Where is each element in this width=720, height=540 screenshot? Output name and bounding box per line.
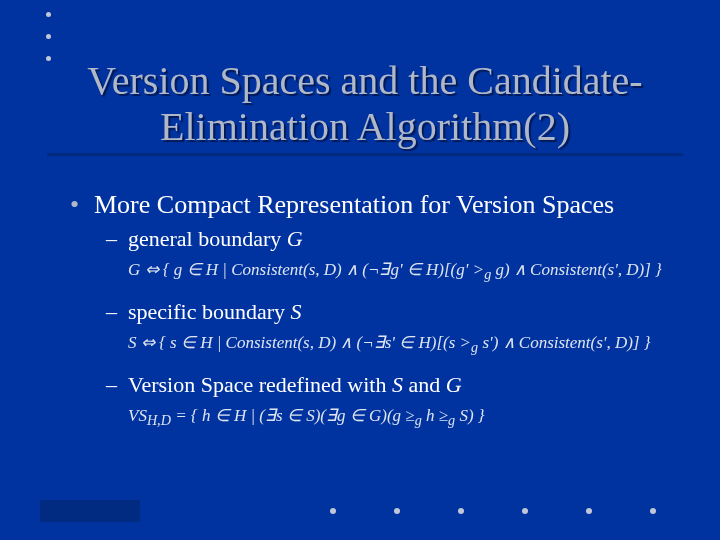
bullet-text: general boundary — [128, 226, 287, 251]
formula-specific: S ⇔ { s ∈ H | Consistent(s, D) ∧ (¬∃s' ∈… — [70, 331, 690, 358]
bullet-text: More Compact Representation for Version … — [94, 190, 614, 219]
bullet-ital: G — [287, 226, 303, 251]
bullet-ital: S — [392, 372, 403, 397]
decor-dot — [522, 508, 528, 514]
slide-body: More Compact Representation for Version … — [70, 190, 690, 446]
formula-version-space: VSH,D = { h ∈ H | (∃s ∈ S)(∃g ∈ G)(g ≥g … — [70, 404, 690, 431]
bullet-text: Version Space redefined with — [128, 372, 392, 397]
formula-text: G ⇔ { g ∈ H | Consistent(s, D) ∧ (¬∃g' ∈… — [128, 260, 662, 279]
decor-dot — [650, 508, 656, 514]
bullet-ital: S — [291, 299, 302, 324]
decor-dot — [394, 508, 400, 514]
bullet-level2: Version Space redefined with S and G — [70, 372, 690, 398]
bullet-level1: More Compact Representation for Version … — [70, 190, 690, 220]
accent-bar — [40, 500, 140, 522]
slide-title: Version Spaces and the Candidate-Elimina… — [65, 58, 665, 150]
decor-dot — [46, 34, 51, 39]
bullet-text: specific boundary — [128, 299, 291, 324]
formula-general: G ⇔ { g ∈ H | Consistent(s, D) ∧ (¬∃g' ∈… — [70, 258, 690, 285]
decor-dot — [46, 56, 51, 61]
decor-dot — [586, 508, 592, 514]
bullet-ital: G — [446, 372, 462, 397]
bullet-text: and — [403, 372, 446, 397]
slide: Version Spaces and the Candidate-Elimina… — [0, 0, 720, 540]
formula-text: VSH,D = { h ∈ H | (∃s ∈ S)(∃g ∈ G)(g ≥g … — [128, 406, 485, 425]
bullet-level2: specific boundary S — [70, 299, 690, 325]
title-region: Version Spaces and the Candidate-Elimina… — [65, 58, 665, 150]
bullet-level2: general boundary G — [70, 226, 690, 252]
formula-text: S ⇔ { s ∈ H | Consistent(s, D) ∧ (¬∃s' ∈… — [128, 333, 651, 352]
decor-dot — [458, 508, 464, 514]
decor-dot — [330, 508, 336, 514]
decor-dot — [46, 12, 51, 17]
